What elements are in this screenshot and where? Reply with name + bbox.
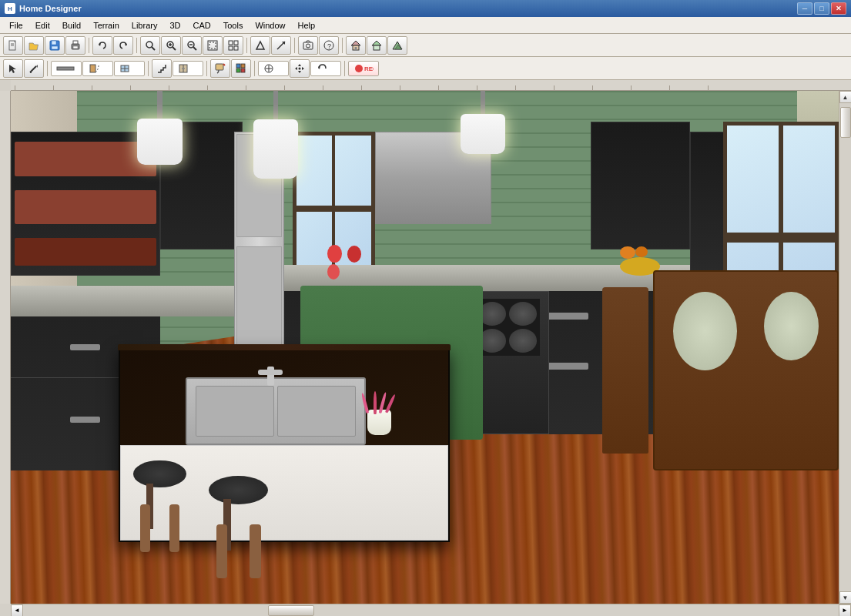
- ruler-mark: [515, 85, 554, 90]
- record-tool[interactable]: REC: [348, 61, 379, 76]
- ruler-mark: [708, 85, 746, 90]
- fit-view-button[interactable]: [203, 36, 223, 55]
- place-tool[interactable]: [258, 61, 289, 76]
- wall-tool[interactable]: [51, 61, 82, 76]
- open-button[interactable]: [24, 36, 44, 55]
- menu-edit[interactable]: Edit: [29, 19, 56, 32]
- svg-rect-8: [73, 46, 78, 49]
- svg-text:REC: REC: [364, 65, 374, 72]
- viewport[interactable]: [11, 91, 839, 604]
- ruler-mark: [631, 85, 669, 90]
- arrow-diag-button[interactable]: [271, 36, 291, 55]
- separator-1: [89, 38, 89, 53]
- select-tool[interactable]: [3, 59, 23, 78]
- svg-rect-53: [216, 64, 223, 70]
- zoom-in-button[interactable]: [161, 36, 181, 55]
- scroll-up-button[interactable]: ▲: [839, 91, 852, 103]
- separator-t2-3: [206, 61, 207, 76]
- svg-marker-36: [372, 41, 381, 45]
- terrain-button[interactable]: [387, 36, 407, 55]
- svg-rect-58: [241, 69, 245, 72]
- svg-line-18: [193, 47, 196, 50]
- scroll-track-horizontal[interactable]: [23, 604, 839, 617]
- svg-marker-62: [298, 64, 301, 66]
- save-button[interactable]: [45, 36, 65, 55]
- svg-point-11: [146, 42, 152, 48]
- menu-library[interactable]: Library: [126, 19, 164, 32]
- svg-line-14: [173, 47, 176, 50]
- maximize-button[interactable]: □: [814, 2, 829, 15]
- scroll-left-button[interactable]: ◄: [11, 604, 23, 617]
- separator-t2-5: [344, 61, 345, 76]
- svg-rect-22: [229, 41, 233, 45]
- scroll-track-vertical[interactable]: [839, 103, 852, 591]
- menu-window[interactable]: Window: [249, 19, 291, 32]
- house-2d-button[interactable]: [367, 36, 387, 55]
- separator-2: [136, 38, 137, 53]
- separator-t2-2: [148, 61, 149, 76]
- svg-point-68: [355, 65, 363, 72]
- zoom-out-button[interactable]: [182, 36, 202, 55]
- scroll-right-button[interactable]: ►: [839, 604, 851, 617]
- window-tool[interactable]: [114, 61, 145, 76]
- svg-rect-44: [57, 67, 74, 70]
- scroll-thumb-horizontal[interactable]: [268, 605, 314, 616]
- cabinet-tool[interactable]: [173, 61, 203, 76]
- ruler-mark: [400, 85, 438, 90]
- ruler-top: [11, 80, 851, 91]
- stairs-tool[interactable]: [152, 59, 172, 78]
- svg-rect-35: [355, 47, 357, 50]
- fit-all-button[interactable]: [223, 36, 243, 55]
- svg-rect-57: [236, 69, 240, 72]
- menu-cad[interactable]: CAD: [186, 19, 216, 32]
- menu-tools[interactable]: Tools: [217, 19, 250, 32]
- menu-bar: File Edit Build Terrain Library 3D CAD T…: [0, 17, 851, 34]
- close-button[interactable]: ✕: [831, 2, 846, 15]
- ruler-mark: [15, 85, 53, 90]
- svg-point-30: [307, 44, 310, 48]
- arrow-up-button[interactable]: [250, 36, 270, 55]
- menu-help[interactable]: Help: [292, 19, 322, 32]
- svg-rect-37: [374, 45, 380, 50]
- stool-2: [201, 476, 276, 578]
- svg-rect-45: [90, 65, 95, 72]
- photo-button[interactable]: [298, 36, 318, 55]
- undo-button[interactable]: [92, 36, 112, 55]
- pendant-1: [135, 91, 185, 245]
- flower-vase: [360, 393, 399, 435]
- scroll-thumb-vertical[interactable]: [840, 107, 851, 138]
- menu-terrain[interactable]: Terrain: [87, 19, 126, 32]
- help-button[interactable]: ?: [319, 36, 339, 55]
- new-button[interactable]: [3, 36, 23, 55]
- draw-tool[interactable]: [24, 59, 44, 78]
- svg-rect-21: [209, 42, 216, 49]
- minimize-button[interactable]: ─: [797, 2, 812, 15]
- menu-file[interactable]: File: [3, 19, 29, 32]
- scrollbar-right: ▲ ▼: [839, 91, 851, 604]
- redo-button[interactable]: [113, 36, 133, 55]
- counter-left: [11, 286, 234, 316]
- scroll-down-button[interactable]: ▼: [839, 591, 852, 604]
- ruler-mark: [246, 85, 284, 90]
- zoom-glass-button[interactable]: [140, 36, 160, 55]
- upper-cabinet-back-right: [591, 122, 690, 250]
- door-tool[interactable]: [82, 61, 113, 76]
- svg-rect-55: [236, 64, 240, 68]
- material-tool[interactable]: [231, 59, 251, 78]
- print-button[interactable]: [65, 36, 85, 55]
- ruler-mark: [477, 85, 515, 90]
- svg-point-51: [182, 68, 183, 69]
- svg-rect-5: [52, 46, 58, 49]
- svg-rect-29: [303, 42, 313, 49]
- paint-tool[interactable]: [210, 59, 230, 78]
- house-button[interactable]: [346, 36, 366, 55]
- menu-3d[interactable]: 3D: [163, 19, 186, 32]
- menu-build[interactable]: Build: [56, 19, 87, 32]
- move-tool[interactable]: [290, 59, 310, 78]
- rotate-tool[interactable]: [310, 61, 341, 76]
- svg-rect-25: [234, 46, 238, 50]
- ruler-mark: [92, 85, 130, 90]
- toolbar-1: ?: [0, 34, 851, 57]
- pendant-3: [458, 91, 508, 234]
- apples: [326, 245, 376, 270]
